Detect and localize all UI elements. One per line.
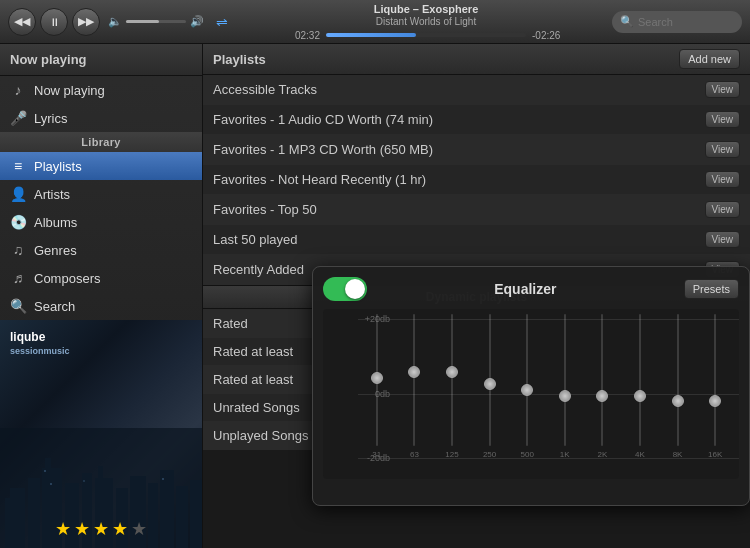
- star-4: ★: [112, 518, 128, 540]
- eq-slider-handle-125[interactable]: [446, 366, 458, 378]
- eq-slider-handle-63[interactable]: [408, 366, 420, 378]
- dynamic-playlist-name: Unrated Songs: [213, 400, 300, 415]
- library-header: Library: [0, 132, 202, 152]
- album-art-container: liqube sessionmusic: [0, 320, 202, 548]
- sidebar-item-composers[interactable]: ♬ Composers: [0, 264, 202, 292]
- dynamic-playlist-name: Rated: [213, 316, 248, 331]
- eq-freq-label-8K: 8K: [673, 450, 683, 459]
- next-button[interactable]: ▶▶: [72, 8, 100, 36]
- view-button[interactable]: View: [705, 111, 741, 128]
- volume-icon: 🔈: [108, 15, 122, 28]
- sidebar-item-playlists[interactable]: ≡ Playlists: [0, 152, 202, 180]
- stars-rating-bar: ★ ★ ★ ★ ★: [0, 518, 202, 540]
- eq-slider-column: 125: [433, 314, 471, 459]
- sidebar-item-albums[interactable]: 💿 Albums: [0, 208, 202, 236]
- transport-controls: ◀◀ ⏸ ▶▶: [8, 8, 100, 36]
- star-3: ★: [93, 518, 109, 540]
- sidebar-item-label: Search: [34, 299, 75, 314]
- progress-bar[interactable]: [326, 33, 526, 37]
- dynamic-playlist-name: Rated at least: [213, 372, 293, 387]
- eq-graph: +20db 0db -20db 31631252505001K2K4K8K16K: [323, 309, 739, 479]
- top-bar: ◀◀ ⏸ ▶▶ 🔈 🔊 ⇌ Liqube – Exosphere Distant…: [0, 0, 750, 44]
- playlist-item[interactable]: Favorites - 1 MP3 CD Worth (650 MB) View: [203, 135, 750, 165]
- svg-rect-17: [50, 483, 52, 485]
- eq-slider-handle-8K[interactable]: [672, 395, 684, 407]
- eq-slider-column: 1K: [546, 314, 584, 459]
- sidebar-item-search[interactable]: 🔍 Search: [0, 292, 202, 320]
- equalizer-overlay: Equalizer Presets +20db 0db -20db 316312…: [312, 266, 750, 506]
- playlist-name: Favorites - Not Heard Recently (1 hr): [213, 172, 426, 187]
- volume-high-icon: 🔊: [190, 15, 204, 28]
- presets-button[interactable]: Presets: [684, 279, 739, 299]
- view-button[interactable]: View: [705, 171, 741, 188]
- album-sub: sessionmusic: [10, 346, 70, 358]
- sidebar-item-label: Genres: [34, 243, 77, 258]
- dynamic-playlist-name: Unplayed Songs: [213, 428, 308, 443]
- playlist-name: Favorites - 1 Audio CD Worth (74 min): [213, 112, 433, 127]
- eq-freq-label-4K: 4K: [635, 450, 645, 459]
- eq-slider-column: 2K: [584, 314, 622, 459]
- eq-slider-column: 31: [358, 314, 396, 459]
- eq-freq-label-125: 125: [445, 450, 458, 459]
- eq-slider-track-125[interactable]: [451, 314, 453, 446]
- shuffle-icon[interactable]: ⇌: [216, 14, 228, 30]
- playlist-item[interactable]: Last 50 played View: [203, 225, 750, 255]
- eq-freq-label-2K: 2K: [597, 450, 607, 459]
- eq-slider-track-16K[interactable]: [714, 314, 716, 446]
- eq-slider-track-4K[interactable]: [639, 314, 641, 446]
- eq-toggle-knob: [345, 279, 365, 299]
- view-button[interactable]: View: [705, 81, 741, 98]
- prev-button[interactable]: ◀◀: [8, 8, 36, 36]
- eq-slider-column: 4K: [621, 314, 659, 459]
- playlist-name: Favorites - 1 MP3 CD Worth (650 MB): [213, 142, 433, 157]
- eq-slider-column: 16K: [696, 314, 734, 459]
- eq-slider-handle-1K[interactable]: [559, 390, 571, 402]
- view-button[interactable]: View: [705, 231, 741, 248]
- eq-slider-handle-500[interactable]: [521, 384, 533, 396]
- dynamic-playlist-name: Rated at least: [213, 344, 293, 359]
- search-bar[interactable]: 🔍: [612, 11, 742, 33]
- eq-sliders-container: 31631252505001K2K4K8K16K: [358, 314, 734, 459]
- view-button[interactable]: View: [705, 201, 741, 218]
- composer-icon: ♬: [10, 270, 26, 286]
- eq-slider-track-63[interactable]: [413, 314, 415, 446]
- eq-slider-track-8K[interactable]: [677, 314, 679, 446]
- sidebar-item-label: Lyrics: [34, 111, 67, 126]
- star-5: ★: [131, 518, 147, 540]
- star-2: ★: [74, 518, 90, 540]
- play-pause-button[interactable]: ⏸: [40, 8, 68, 36]
- eq-slider-track-1K[interactable]: [564, 314, 566, 446]
- eq-slider-handle-4K[interactable]: [634, 390, 646, 402]
- playlist-item[interactable]: Favorites - Top 50 View: [203, 195, 750, 225]
- view-button[interactable]: View: [705, 141, 741, 158]
- eq-slider-track-500[interactable]: [526, 314, 528, 446]
- progress-area: Liqube – Exosphere Distant Worlds of Lig…: [250, 3, 602, 41]
- sidebar-item-genres[interactable]: ♫ Genres: [0, 236, 202, 264]
- eq-slider-track-31[interactable]: [376, 314, 378, 446]
- sidebar-item-lyrics[interactable]: 🎤 Lyrics: [0, 104, 202, 132]
- eq-toggle[interactable]: [323, 277, 367, 301]
- eq-slider-handle-31[interactable]: [371, 372, 383, 384]
- eq-slider-handle-2K[interactable]: [596, 390, 608, 402]
- eq-slider-handle-16K[interactable]: [709, 395, 721, 407]
- eq-freq-label-1K: 1K: [560, 450, 570, 459]
- progress-row: 02:32 -02:26: [250, 30, 602, 41]
- sidebar-item-artists[interactable]: 👤 Artists: [0, 180, 202, 208]
- search-input[interactable]: [638, 16, 734, 28]
- sidebar-item-now-playing[interactable]: ♪ Now playing: [0, 76, 202, 104]
- eq-slider-track-250[interactable]: [489, 314, 491, 446]
- eq-slider-handle-250[interactable]: [484, 378, 496, 390]
- add-new-button[interactable]: Add new: [679, 49, 740, 69]
- track-info: Liqube – Exosphere Distant Worlds of Lig…: [374, 3, 479, 27]
- playlist-name: Recently Added: [213, 262, 304, 277]
- playlist-item[interactable]: Favorites - Not Heard Recently (1 hr) Vi…: [203, 165, 750, 195]
- playlist-item[interactable]: Accessible Tracks View: [203, 75, 750, 105]
- sidebar: Now playing ♪ Now playing 🎤 Lyrics Libra…: [0, 44, 203, 548]
- eq-toggle-container: [323, 277, 367, 301]
- eq-freq-label-16K: 16K: [708, 450, 722, 459]
- eq-slider-track-2K[interactable]: [601, 314, 603, 446]
- eq-freq-label-500: 500: [520, 450, 533, 459]
- playlist-item[interactable]: Favorites - 1 Audio CD Worth (74 min) Vi…: [203, 105, 750, 135]
- sidebar-item-label: Now playing: [34, 83, 105, 98]
- svg-rect-18: [83, 480, 85, 482]
